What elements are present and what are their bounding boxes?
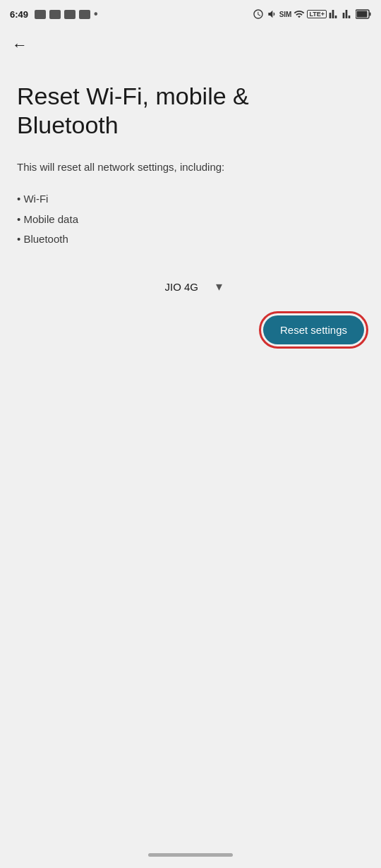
svg-rect-1 xyxy=(357,11,368,18)
top-navigation: ← xyxy=(0,25,381,65)
status-icons: SIM LTE+ xyxy=(253,8,371,20)
page-title: Reset Wi-Fi, mobile & Bluetooth xyxy=(17,82,364,140)
sim-dropdown-wrapper[interactable]: JIO 4G ▾ xyxy=(159,275,222,299)
list-item-mobile: • Mobile data xyxy=(17,210,364,230)
reset-settings-button[interactable]: Reset settings xyxy=(263,315,364,344)
sim-dropdown-container[interactable]: JIO 4G ▾ xyxy=(17,275,364,299)
list-item-bluetooth: • Bluetooth xyxy=(17,229,364,250)
status-time-area: 6:49 • xyxy=(10,8,98,20)
page-title-line1: Reset Wi-Fi, mobile & xyxy=(17,83,249,109)
back-arrow-icon: ← xyxy=(12,36,28,54)
notif-icon-3 xyxy=(64,10,75,19)
status-time: 6:49 xyxy=(10,9,28,20)
battery-icon xyxy=(356,9,371,19)
notif-icon-4 xyxy=(79,10,90,19)
bottom-nav-bar xyxy=(148,853,233,857)
signal-icon xyxy=(329,8,340,20)
back-button[interactable]: ← xyxy=(6,31,34,59)
data-icon: SIM xyxy=(279,11,292,18)
notif-icon-2 xyxy=(49,10,61,19)
signal-icon-2 xyxy=(342,8,353,20)
sim-select[interactable]: JIO 4G xyxy=(159,275,219,299)
lte-icon: LTE+ xyxy=(307,10,327,18)
svg-rect-2 xyxy=(370,13,371,16)
alarm-icon xyxy=(253,8,264,20)
volume-icon xyxy=(266,8,277,20)
dot-icon: • xyxy=(94,8,98,20)
main-content: Reset Wi-Fi, mobile & Bluetooth This wil… xyxy=(0,65,381,361)
list-item-wifi: • Wi-Fi xyxy=(17,189,364,210)
button-container: Reset settings xyxy=(17,315,364,344)
status-bar: 6:49 • SIM LTE+ xyxy=(0,0,381,25)
notif-icon-1 xyxy=(35,10,46,19)
description-text: This will reset all network settings, in… xyxy=(17,159,364,176)
wifi-icon xyxy=(294,8,305,20)
settings-list: • Wi-Fi • Mobile data • Bluetooth xyxy=(17,189,364,250)
page-title-line2: Bluetooth xyxy=(17,111,119,138)
